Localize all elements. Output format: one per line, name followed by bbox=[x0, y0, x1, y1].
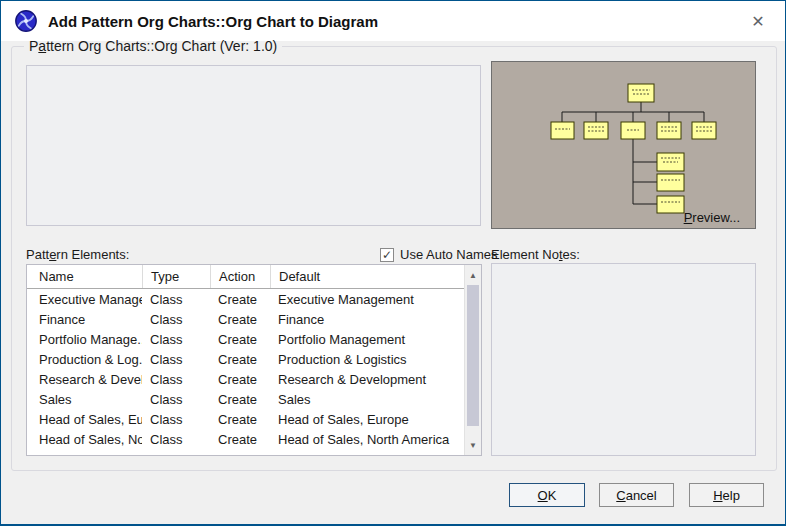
table-row[interactable]: Portfolio Manage... Class Create Portfol… bbox=[27, 329, 464, 349]
cell-name: Finance bbox=[27, 312, 142, 327]
cell-default: Head of Sales, Europe bbox=[270, 412, 464, 427]
cell-action: Create bbox=[210, 352, 270, 367]
cell-type: Class bbox=[142, 412, 210, 427]
column-header-action[interactable]: Action bbox=[210, 265, 270, 288]
column-header-type[interactable]: Type bbox=[142, 265, 210, 288]
ok-button[interactable]: OK bbox=[509, 483, 585, 507]
cell-default: Portfolio Management bbox=[270, 332, 464, 347]
check-icon: ✓ bbox=[382, 249, 392, 261]
cell-action: Create bbox=[210, 392, 270, 407]
table-row[interactable]: Head of Sales, Eu... Class Create Head o… bbox=[27, 409, 464, 429]
pattern-swirl-icon bbox=[14, 9, 38, 33]
table-row[interactable]: Sales Class Create Sales bbox=[27, 389, 464, 409]
cell-default: Head of Sales, North America bbox=[270, 432, 464, 447]
pattern-elements-label: Pattern Elements: bbox=[26, 247, 129, 262]
table-row[interactable]: Executive Manage... Class Create Executi… bbox=[27, 289, 464, 309]
cell-name: Sales bbox=[27, 392, 142, 407]
cell-action: Create bbox=[210, 372, 270, 387]
cell-name: Head of Sales, No... bbox=[27, 432, 142, 447]
table-header-row: Name Type Action Default bbox=[27, 265, 481, 289]
pattern-description-box[interactable] bbox=[26, 65, 481, 226]
column-header-default[interactable]: Default bbox=[270, 265, 481, 288]
table-row[interactable]: Research & Devel... Class Create Researc… bbox=[27, 369, 464, 389]
cell-type: Class bbox=[142, 432, 210, 447]
cell-type: Class bbox=[142, 352, 210, 367]
scroll-down-icon[interactable]: ▼ bbox=[465, 436, 481, 454]
table-row[interactable]: Head of Sales, No... Class Create Head o… bbox=[27, 429, 464, 449]
scroll-up-icon[interactable]: ▲ bbox=[465, 266, 481, 284]
cell-action: Create bbox=[210, 332, 270, 347]
table-body: Executive Manage... Class Create Executi… bbox=[27, 289, 464, 455]
pattern-elements-table: Name Type Action Default Executive Manag… bbox=[26, 264, 482, 456]
cell-type: Class bbox=[142, 312, 210, 327]
cancel-button[interactable]: Cancel bbox=[599, 483, 674, 507]
column-header-name[interactable]: Name bbox=[27, 265, 142, 288]
cell-type: Class bbox=[142, 332, 210, 347]
preview-link[interactable]: Preview... bbox=[684, 210, 740, 225]
cell-name: Production & Log... bbox=[27, 352, 142, 367]
cell-name: Executive Manage... bbox=[27, 292, 142, 307]
cell-name: Head of Sales, Eu... bbox=[27, 412, 142, 427]
cell-name: Research & Devel... bbox=[27, 372, 142, 387]
cell-default: Executive Management bbox=[270, 292, 464, 307]
cell-type: Class bbox=[142, 392, 210, 407]
help-button[interactable]: Help bbox=[689, 483, 764, 507]
cell-type: Class bbox=[142, 292, 210, 307]
add-pattern-dialog: Add Pattern Org Charts::Org Chart to Dia… bbox=[0, 0, 786, 526]
title-bar: Add Pattern Org Charts::Org Chart to Dia… bbox=[1, 1, 785, 41]
table-row[interactable]: Finance Class Create Finance bbox=[27, 309, 464, 329]
cell-default: Finance bbox=[270, 312, 464, 327]
table-row[interactable]: Production & Log... Class Create Product… bbox=[27, 349, 464, 369]
cell-action: Create bbox=[210, 432, 270, 447]
use-auto-names-control: ✓ Use Auto Names bbox=[380, 247, 498, 262]
cell-action: Create bbox=[210, 292, 270, 307]
close-icon[interactable]: ✕ bbox=[747, 10, 769, 32]
cell-action: Create bbox=[210, 412, 270, 427]
use-auto-names-checkbox[interactable]: ✓ bbox=[380, 248, 394, 262]
cell-action: Create bbox=[210, 312, 270, 327]
element-notes-box[interactable] bbox=[491, 263, 756, 456]
dialog-title: Add Pattern Org Charts::Org Chart to Dia… bbox=[48, 13, 378, 30]
cell-default: Production & Logistics bbox=[270, 352, 464, 367]
scrollbar-thumb[interactable] bbox=[467, 285, 479, 426]
org-chart-preview bbox=[492, 62, 755, 228]
element-notes-label: Element Notes: bbox=[491, 247, 580, 262]
use-auto-names-label: Use Auto Names bbox=[400, 247, 498, 262]
cell-name: Portfolio Manage... bbox=[27, 332, 142, 347]
table-scrollbar[interactable]: ▲ ▼ bbox=[464, 265, 481, 455]
cell-default: Research & Development bbox=[270, 372, 464, 387]
pattern-preview-panel: Preview... bbox=[491, 61, 756, 229]
cell-type: Class bbox=[142, 372, 210, 387]
cell-default: Sales bbox=[270, 392, 464, 407]
